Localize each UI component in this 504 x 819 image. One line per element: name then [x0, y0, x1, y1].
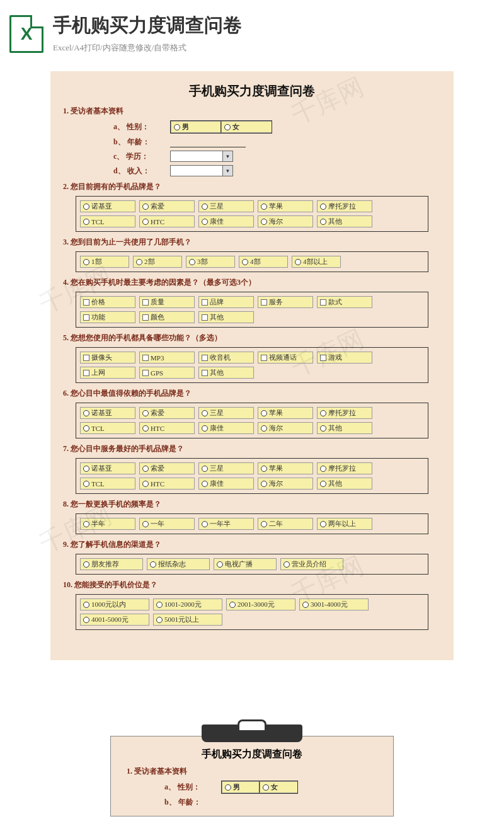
checkbox-option[interactable]: 收音机: [198, 352, 254, 364]
radio-option[interactable]: 朋友推荐: [80, 558, 143, 570]
radio-option[interactable]: TCL: [80, 422, 135, 434]
document-preview: 千库网 千库网 千库网 千库网 千库网 手机购买力度调查问卷 1. 受访者基本资…: [50, 71, 454, 660]
q1d-label: d、 收入：: [113, 166, 170, 176]
doc-title: 手机购买力度调查问卷: [63, 83, 441, 100]
q3-options: 1部2部3部4部4部以上: [76, 251, 428, 272]
chevron-down-icon: ▼: [222, 166, 232, 176]
q5-options: 摄像头MP3收音机视频通话游戏上网GPS其他: [76, 347, 428, 383]
radio-option[interactable]: 2部: [133, 256, 182, 268]
radio-option[interactable]: 一年半: [198, 518, 254, 530]
radio-option[interactable]: 三星: [198, 200, 254, 212]
radio-option[interactable]: 其他: [317, 422, 372, 434]
radio-option[interactable]: 索爱: [139, 200, 195, 212]
checkbox-option[interactable]: 摄像头: [80, 352, 135, 364]
radio-option[interactable]: 电视广播: [214, 558, 277, 570]
checkbox-option[interactable]: 款式: [317, 296, 372, 308]
checkbox-option[interactable]: 功能: [80, 311, 135, 323]
radio-option[interactable]: TCL: [80, 478, 135, 490]
radio-option[interactable]: 营业员介绍: [280, 558, 343, 570]
checkbox-option[interactable]: 视频通话: [258, 352, 313, 364]
checkbox-option[interactable]: GPS: [139, 367, 195, 379]
radio-female[interactable]: 女: [221, 121, 272, 133]
radio-option[interactable]: 1001-2000元: [153, 598, 222, 610]
radio-option[interactable]: HTC: [139, 422, 195, 434]
checkbox-option[interactable]: MP3: [139, 352, 195, 364]
q2-text: 2. 您目前拥有的手机品牌是？: [63, 181, 441, 192]
radio-option[interactable]: 诺基亚: [80, 462, 135, 474]
education-dropdown[interactable]: ▼: [170, 151, 233, 162]
radio-option[interactable]: 三星: [198, 462, 254, 474]
radio-option[interactable]: 2001-3000元: [226, 598, 295, 610]
radio-option[interactable]: 康佳: [198, 422, 254, 434]
q1c-label: c、 学历：: [113, 151, 170, 162]
radio-option[interactable]: 一年: [139, 518, 195, 530]
radio-option[interactable]: 1000元以内: [80, 598, 149, 610]
radio-option[interactable]: 索爱: [139, 462, 195, 474]
radio-option[interactable]: 康佳: [198, 215, 254, 227]
q10-options: 1000元以内1001-2000元2001-3000元3001-4000元400…: [76, 594, 428, 630]
radio-option[interactable]: 半年: [80, 518, 135, 530]
checkbox-option[interactable]: 上网: [80, 367, 135, 379]
radio-option[interactable]: 二年: [258, 518, 313, 530]
gender-radio-group: 男 女: [170, 120, 272, 134]
radio-option[interactable]: 摩托罗拉: [317, 407, 372, 419]
radio-option[interactable]: 报纸杂志: [147, 558, 210, 570]
radio-option[interactable]: 摩托罗拉: [317, 462, 372, 474]
radio-option[interactable]: 诺基亚: [80, 200, 135, 212]
q6-text: 6. 您心目中最值得依赖的手机品牌是？: [63, 388, 441, 399]
radio-option[interactable]: 海尔: [258, 215, 313, 227]
checkbox-option[interactable]: 其他: [198, 367, 254, 379]
radio-option[interactable]: 苹果: [258, 407, 313, 419]
radio-option[interactable]: 4001-5000元: [80, 614, 149, 626]
checkbox-option[interactable]: 质量: [139, 296, 195, 308]
radio-option[interactable]: 其他: [317, 215, 372, 227]
checkbox-option[interactable]: 品牌: [198, 296, 254, 308]
mini-title: 手机购买力度调查问卷: [127, 748, 377, 761]
radio-option[interactable]: HTC: [139, 478, 195, 490]
q3-text: 3. 您到目前为止一共使用了几部手机？: [63, 237, 441, 248]
q7-options: 诺基亚索爱三星苹果摩托罗拉TCLHTC康佳海尔其他: [76, 458, 428, 494]
radio-option[interactable]: 苹果: [258, 462, 313, 474]
radio-option[interactable]: 其他: [317, 478, 372, 490]
q7-text: 7. 您心目中服务最好的手机品牌是？: [63, 444, 441, 454]
radio-option[interactable]: 4部以上: [292, 256, 341, 268]
radio-option[interactable]: 1部: [80, 256, 129, 268]
checkbox-option[interactable]: 游戏: [317, 352, 372, 364]
q8-options: 半年一年一年半二年两年以上: [76, 513, 428, 534]
mini-radio-female[interactable]: 女: [260, 781, 297, 793]
radio-male[interactable]: 男: [171, 121, 221, 133]
radio-option[interactable]: 4部: [239, 256, 288, 268]
checkbox-option[interactable]: 价格: [80, 296, 135, 308]
radio-option[interactable]: 5001元以上: [153, 614, 222, 626]
income-dropdown[interactable]: ▼: [170, 165, 233, 176]
mini-radio-male[interactable]: 男: [222, 781, 260, 793]
checkbox-option[interactable]: 其他: [198, 311, 254, 323]
radio-option[interactable]: 摩托罗拉: [317, 200, 372, 212]
q5-text: 5. 您想您使用的手机都具备哪些功能？（多选）: [63, 333, 441, 343]
radio-option[interactable]: 海尔: [258, 422, 313, 434]
chevron-down-icon: ▼: [222, 151, 232, 161]
q8-text: 8. 您一般更换手机的频率是？: [63, 499, 441, 510]
checkbox-option[interactable]: 服务: [258, 296, 313, 308]
q1-text: 1. 受访者基本资料: [63, 106, 441, 117]
excel-file-icon: X: [9, 15, 43, 53]
q9-text: 9. 您了解手机信息的渠道是？: [63, 539, 441, 550]
radio-option[interactable]: 索爱: [139, 407, 195, 419]
radio-option[interactable]: 3001-4000元: [299, 598, 369, 610]
radio-option[interactable]: 3部: [186, 256, 235, 268]
q4-options: 价格质量品牌服务款式功能颜色其他: [76, 292, 428, 328]
q10-text: 10. 您能接受的手机价位是？: [63, 580, 441, 590]
radio-option[interactable]: TCL: [80, 215, 135, 227]
radio-option[interactable]: HTC: [139, 215, 195, 227]
radio-option[interactable]: 三星: [198, 407, 254, 419]
header-subtitle: Excel/A4打印/内容随意修改/自带格式: [53, 42, 495, 54]
checkbox-option[interactable]: 颜色: [139, 311, 195, 323]
radio-option[interactable]: 诺基亚: [80, 407, 135, 419]
q4-text: 4. 您在购买手机时最主要考虑的因素是？（最多可选3个）: [63, 277, 441, 288]
q9-options: 朋友推荐报纸杂志电视广播营业员介绍: [76, 554, 428, 575]
radio-option[interactable]: 海尔: [258, 478, 313, 490]
radio-option[interactable]: 两年以上: [317, 518, 372, 530]
radio-option[interactable]: 苹果: [258, 200, 313, 212]
age-input[interactable]: [170, 137, 246, 147]
radio-option[interactable]: 康佳: [198, 478, 254, 490]
